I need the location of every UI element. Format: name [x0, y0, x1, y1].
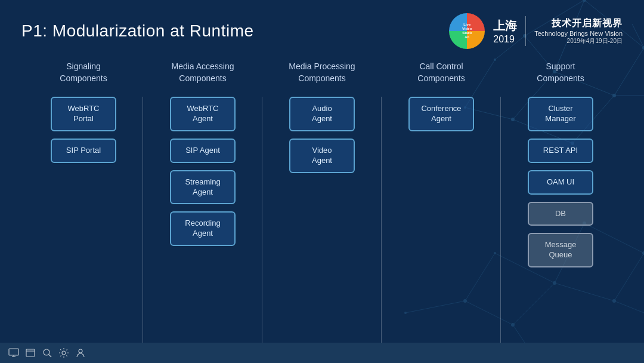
bottom-toolbar — [0, 343, 644, 363]
svg-rect-42 — [9, 349, 18, 355]
oam-ui-btn: OAM UI — [528, 170, 593, 195]
sip-portal-btn: SIP Portal — [51, 139, 116, 163]
conference-logo: LiveVideoStackon — [449, 13, 485, 49]
column-media-accessing: Media AccessingComponents WebRTCAgent SI… — [143, 61, 262, 346]
svg-point-47 — [44, 349, 49, 355]
column-signaling: SignalingComponents WebRTCPortal SIP Por… — [24, 61, 143, 346]
media-processing-title: Media ProcessingComponents — [289, 61, 355, 85]
svg-line-48 — [49, 355, 51, 357]
webrtc-portal-btn: WebRTCPortal — [51, 97, 116, 131]
svg-point-50 — [79, 349, 82, 353]
column-support: SupportComponents ClusterManager REST AP… — [501, 61, 620, 346]
rest-api-btn: REST API — [528, 139, 593, 163]
audio-agent-btn: AudioAgent — [289, 97, 355, 131]
column-call-control: Call ControlComponents ConferenceAgent — [382, 61, 501, 346]
db-btn: DB — [528, 202, 593, 226]
header: P1: Modularization at Runtime LiveVideoS… — [0, 0, 644, 55]
message-queue-btn: MessageQueue — [528, 233, 593, 267]
signaling-agents: WebRTCPortal SIP Portal — [24, 97, 143, 163]
main-content: P1: Modularization at Runtime LiveVideoS… — [0, 0, 644, 363]
media-accessing-title: Media AccessingComponents — [171, 61, 234, 85]
column-media-processing: Media ProcessingComponents AudioAgent Vi… — [262, 61, 382, 346]
architecture-diagram: SignalingComponents WebRTCPortal SIP Por… — [0, 55, 644, 358]
page-title: P1: Modularization at Runtime — [21, 21, 254, 41]
call-control-title: Call ControlComponents — [417, 61, 465, 85]
media-processing-agents: AudioAgent VideoAgent — [262, 97, 382, 173]
settings-icon[interactable] — [58, 347, 69, 358]
signaling-title: SignalingComponents — [60, 61, 107, 85]
tagline-block: 技术开启新视界 Technology Brings New Vision 201… — [534, 17, 623, 45]
header-branding: LiveVideoStackon 上海 2019 技术开启新视界 Technol… — [449, 13, 623, 49]
video-agent-btn: VideoAgent — [289, 139, 355, 173]
city-info: 上海 2019 — [493, 18, 517, 45]
svg-point-49 — [62, 351, 66, 355]
support-title: SupportComponents — [537, 61, 584, 85]
recording-agent-btn: RecordingAgent — [170, 211, 236, 246]
streaming-agent-btn: StreamingAgent — [170, 170, 236, 205]
call-control-agents: ConferenceAgent — [382, 97, 501, 131]
user-icon[interactable] — [75, 347, 86, 358]
svg-rect-45 — [26, 349, 35, 356]
window-icon[interactable] — [25, 347, 36, 358]
sip-agent-btn: SIP Agent — [170, 139, 236, 163]
header-divider — [525, 16, 526, 46]
conference-agent-btn: ConferenceAgent — [408, 97, 474, 131]
webrtc-agent-btn: WebRTCAgent — [170, 97, 236, 131]
search-icon[interactable] — [42, 347, 52, 358]
media-accessing-agents: WebRTCAgent SIP Agent StreamingAgent Rec… — [143, 97, 262, 246]
monitor-icon[interactable] — [8, 347, 19, 358]
cluster-manager-btn: ClusterManager — [528, 97, 593, 131]
support-agents: ClusterManager REST API OAM UI DB Messag… — [501, 97, 620, 267]
